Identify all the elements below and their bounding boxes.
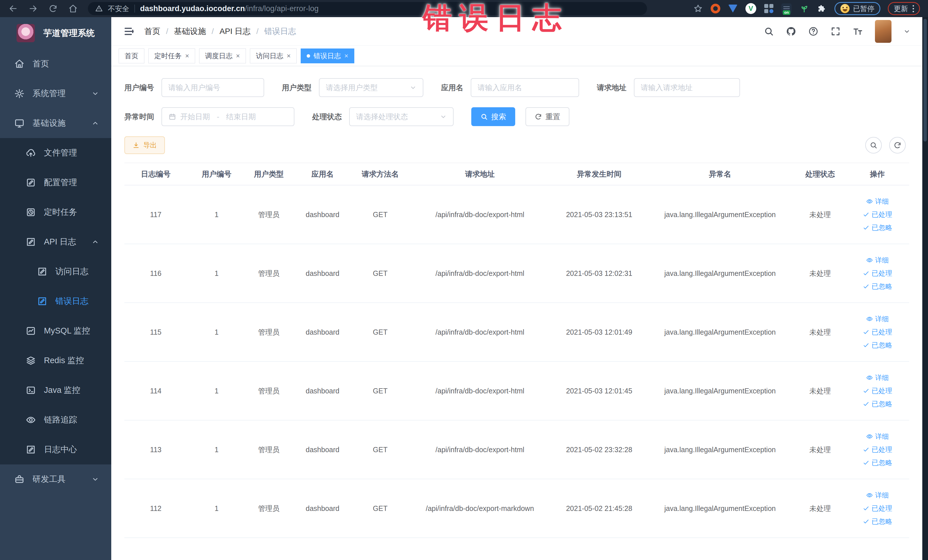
tab-close-icon[interactable]: ×	[185, 52, 189, 60]
sidebar-item-error-log[interactable]: 错误日志	[0, 287, 111, 316]
exception-time-range-picker[interactable]: 开始日期 - 结束日期	[162, 107, 295, 126]
process-status-placeholder: 请选择处理状态	[356, 112, 408, 122]
page-scrollbar[interactable]	[922, 17, 928, 560]
app-name-input[interactable]	[478, 83, 572, 92]
process-status-select[interactable]: 请选择处理状态	[349, 107, 453, 126]
refresh-button[interactable]	[889, 137, 906, 154]
sidebar-item-trace[interactable]: 链路追踪	[0, 405, 111, 435]
row-action-processed[interactable]: 已处理	[863, 328, 892, 337]
user-type-select[interactable]: 请选择用户类型	[319, 78, 423, 97]
scrollbar-thumb[interactable]	[923, 19, 927, 142]
sidebar-item-java[interactable]: Java 监控	[0, 375, 111, 405]
request-url-field[interactable]	[634, 78, 740, 97]
sidebar-item-access-log[interactable]: 访问日志	[0, 257, 111, 287]
extensions-puzzle-icon[interactable]	[817, 3, 827, 14]
tab-错误日志[interactable]: 错误日志×	[301, 49, 354, 63]
user-id-input[interactable]	[168, 83, 257, 92]
row-action-ignored[interactable]: 已忽略	[863, 223, 892, 232]
bookmark-star-icon[interactable]	[693, 3, 703, 14]
app-name-field[interactable]	[471, 78, 579, 97]
row-action-detail[interactable]: 详细	[866, 256, 889, 265]
cell-user_id: 1	[187, 446, 246, 454]
sidebar-item-mysql[interactable]: MySQL 监控	[0, 316, 111, 346]
row-action-detail[interactable]: 详细	[866, 373, 889, 382]
row-action-processed[interactable]: 已处理	[863, 445, 892, 454]
row-action-detail[interactable]: 详细	[866, 432, 889, 441]
breadcrumb-item[interactable]: 基础设施	[174, 26, 206, 37]
range-separator: -	[217, 112, 219, 121]
row-action-label: 已处理	[872, 269, 892, 278]
browser-back-icon[interactable]	[8, 3, 18, 14]
sidebar-item-api-log[interactable]: API 日志	[0, 227, 111, 257]
row-action-processed[interactable]: 已处理	[863, 269, 892, 278]
sidebar-item-system[interactable]: 系统管理	[0, 79, 111, 108]
toggle-search-button[interactable]	[865, 137, 882, 154]
navbar-right	[764, 20, 910, 43]
tab-close-icon[interactable]: ×	[236, 52, 240, 60]
chevron-down-icon[interactable]	[904, 28, 910, 35]
cell-exception: java.lang.IllegalArgumentException	[646, 328, 795, 336]
cell-app: dashboard	[292, 504, 353, 513]
profile-paused-chip[interactable]: 已暂停	[835, 2, 881, 15]
table-row-112: 1121管理员dashboardGET/api/infra/db-doc/exp…	[124, 479, 909, 538]
extension-orange-icon[interactable]	[711, 4, 720, 14]
hamburger-icon[interactable]	[123, 26, 135, 37]
extension-blue-icon[interactable]	[728, 3, 738, 14]
search-icon[interactable]	[764, 26, 774, 37]
cell-url: /api/infra/db-doc/export-html	[407, 387, 553, 395]
tab-定时任务[interactable]: 定时任务×	[148, 49, 195, 63]
sidebar-item-file[interactable]: 文件管理	[0, 138, 111, 168]
help-icon[interactable]	[808, 26, 818, 37]
browser-update-menu[interactable]: 更新	[888, 2, 920, 15]
browser-home-icon[interactable]	[68, 3, 78, 14]
cell-time: 2021-05-02 21:45:28	[553, 504, 646, 513]
extension-grid-icon[interactable]	[764, 3, 774, 14]
export-button[interactable]: 导出	[124, 136, 165, 154]
user-avatar[interactable]	[875, 20, 891, 43]
extension-plant-icon[interactable]	[799, 3, 809, 14]
tab-close-icon[interactable]: ×	[287, 52, 291, 60]
tab-调度日志[interactable]: 调度日志×	[199, 49, 246, 63]
row-action-ignored[interactable]: 已忽略	[863, 517, 892, 526]
search-button[interactable]: 搜索	[471, 107, 515, 126]
sidebar-item-job[interactable]: 定时任务	[0, 197, 111, 227]
row-action-ignored[interactable]: 已忽略	[863, 340, 892, 350]
browser-reload-icon[interactable]	[48, 3, 58, 14]
row-action-detail[interactable]: 详细	[866, 197, 889, 206]
sidebar-item-home[interactable]: 首页	[0, 49, 111, 79]
row-action-detail[interactable]: 详细	[866, 314, 889, 323]
row-action-ignored[interactable]: 已忽略	[863, 282, 892, 291]
font-size-icon[interactable]	[853, 26, 863, 37]
row-action-processed[interactable]: 已处理	[863, 386, 892, 395]
sidebar-item-redis[interactable]: Redis 监控	[0, 346, 111, 375]
app-title: 芋道管理系统	[43, 27, 95, 39]
row-action-ignored[interactable]: 已忽略	[863, 400, 892, 409]
chevron-up-icon	[91, 119, 99, 127]
extension-on-badge-icon[interactable]: on	[781, 3, 792, 14]
browser-forward-icon[interactable]	[28, 3, 38, 14]
user-id-field[interactable]	[162, 78, 264, 97]
row-action-detail[interactable]: 详细	[866, 491, 889, 500]
row-action-processed[interactable]: 已处理	[863, 504, 892, 513]
tab-首页[interactable]: 首页	[119, 49, 144, 63]
reset-button[interactable]: 重置	[525, 107, 569, 126]
cell-id: 113	[124, 446, 187, 454]
sidebar-item-log-center[interactable]: 日志中心	[0, 435, 111, 464]
tab-close-icon[interactable]: ×	[344, 52, 348, 60]
extension-green-v-icon[interactable]: V	[745, 3, 756, 14]
sidebar-item-label: 访问日志	[55, 266, 89, 277]
fullscreen-icon[interactable]	[830, 26, 841, 37]
row-action-processed[interactable]: 已处理	[863, 210, 892, 219]
sidebar-item-label: 研发工具	[32, 473, 66, 485]
tab-访问日志[interactable]: 访问日志×	[250, 49, 297, 63]
sidebar-logo-row[interactable]: 芋道管理系统	[0, 17, 111, 49]
sidebar-item-config[interactable]: 配置管理	[0, 168, 111, 197]
sidebar-item-dev-tools[interactable]: 研发工具	[0, 464, 111, 494]
breadcrumb-item[interactable]: 首页	[144, 26, 160, 37]
request-url-input[interactable]	[641, 83, 733, 92]
row-action-label: 已忽略	[872, 340, 892, 350]
sidebar-item-infra[interactable]: 基础设施	[0, 108, 111, 138]
breadcrumb-item[interactable]: API 日志	[220, 26, 251, 37]
row-action-ignored[interactable]: 已忽略	[863, 458, 892, 467]
github-icon[interactable]	[786, 26, 796, 37]
